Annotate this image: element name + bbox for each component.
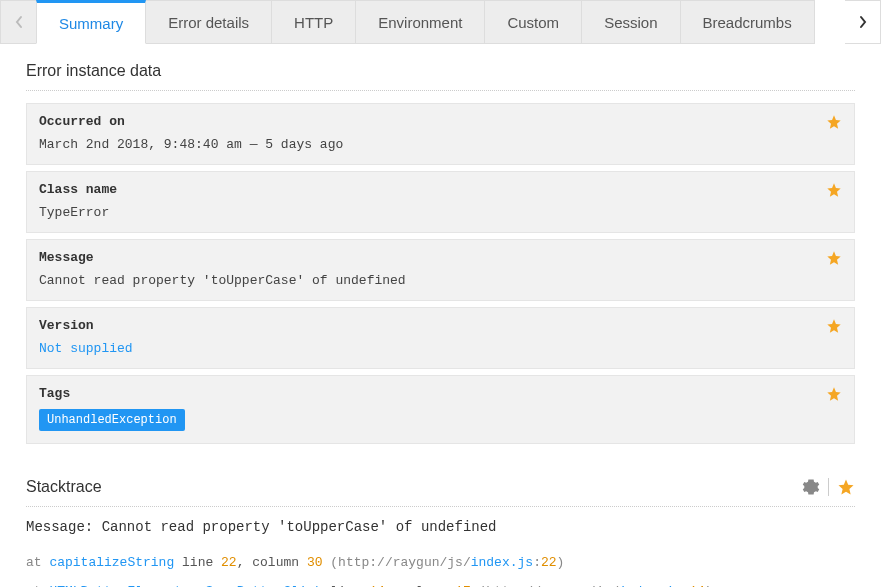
tabs-bar: Summary Error details HTTP Environment C… — [0, 0, 881, 44]
field-label: Class name — [39, 182, 842, 197]
field-version: Version Not supplied — [26, 307, 855, 369]
tab-label: Session — [604, 14, 657, 31]
star-icon[interactable] — [826, 114, 842, 130]
chevron-left-icon — [14, 15, 24, 29]
tabs-scroll-right-button[interactable] — [845, 0, 881, 44]
stacktrace-message-prefix: Message: — [26, 519, 102, 535]
field-tags: Tags UnhandledException — [26, 375, 855, 444]
section-title-stacktrace-row: Stacktrace — [26, 478, 855, 507]
stackframe-file[interactable]: index.js — [471, 555, 533, 570]
tab-session[interactable]: Session — [582, 0, 680, 44]
field-label: Version — [39, 318, 842, 333]
section-title-instance: Error instance data — [26, 62, 855, 91]
chevron-right-icon — [858, 15, 868, 29]
star-icon[interactable] — [826, 386, 842, 402]
stackframe-function[interactable]: capitalizeString — [49, 555, 174, 570]
stackframe-col: 30 — [307, 555, 323, 570]
tab-label: Error details — [168, 14, 249, 31]
field-message: Message Cannot read property 'toUpperCas… — [26, 239, 855, 301]
tab-breadcrumbs[interactable]: Breadcrumbs — [681, 0, 815, 44]
tab-label: Breadcrumbs — [703, 14, 792, 31]
field-occurred-on: Occurred on March 2nd 2018, 9:48:40 am —… — [26, 103, 855, 165]
star-icon[interactable] — [837, 478, 855, 496]
tag-chip[interactable]: UnhandledException — [39, 409, 185, 431]
field-label: Tags — [39, 386, 842, 401]
tab-summary[interactable]: Summary — [36, 0, 146, 44]
star-icon[interactable] — [826, 182, 842, 198]
field-value: TypeError — [39, 205, 842, 220]
field-label: Occurred on — [39, 114, 842, 129]
stackframe-line: 22 — [221, 555, 237, 570]
tab-label: Environment — [378, 14, 462, 31]
tabs-list: Summary Error details HTTP Environment C… — [36, 0, 845, 44]
field-value: Cannot read property 'toUpperCase' of un… — [39, 273, 842, 288]
tabs-scroll-left-button[interactable] — [0, 0, 36, 44]
star-icon[interactable] — [826, 318, 842, 334]
tab-error-details[interactable]: Error details — [146, 0, 272, 44]
tab-label: Summary — [59, 15, 123, 32]
stacktrace-message-text: Cannot read property 'toUpperCase' of un… — [102, 519, 497, 535]
stacktrace-toolbar — [802, 478, 855, 496]
tab-label: Custom — [507, 14, 559, 31]
stacktrace-message: Message: Cannot read property 'toUpperCa… — [26, 519, 855, 535]
field-value: March 2nd 2018, 9:48:40 am — 5 days ago — [39, 137, 842, 152]
stackframe: at capitalizeString line 22, column 30 (… — [26, 555, 855, 570]
field-label: Message — [39, 250, 842, 265]
field-value-link[interactable]: Not supplied — [39, 341, 842, 356]
field-class-name: Class name TypeError — [26, 171, 855, 233]
tab-content: Error instance data Occurred on March 2n… — [0, 44, 881, 587]
tab-environment[interactable]: Environment — [356, 0, 485, 44]
gear-icon[interactable] — [802, 478, 820, 496]
divider — [828, 478, 829, 496]
tab-label: HTTP — [294, 14, 333, 31]
section-title-stacktrace: Stacktrace — [26, 478, 102, 496]
tab-http[interactable]: HTTP — [272, 0, 356, 44]
star-icon[interactable] — [826, 250, 842, 266]
tab-custom[interactable]: Custom — [485, 0, 582, 44]
